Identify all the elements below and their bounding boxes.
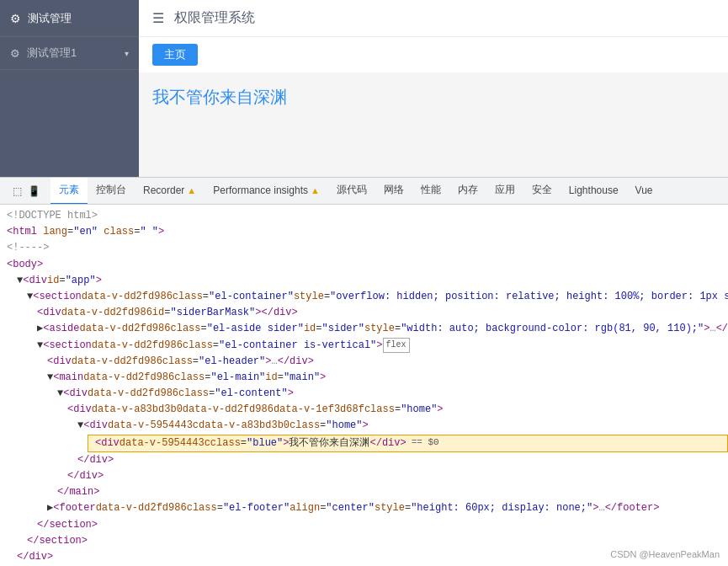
tab-elements-label: 元素 <box>59 183 79 197</box>
inspect-icon[interactable]: ⬚ <box>8 183 25 200</box>
tab-elements[interactable]: 元素 <box>50 178 88 205</box>
tab-performance-insights[interactable]: Performance insights ▲ <box>205 178 328 205</box>
tab-performance[interactable]: 性能 <box>412 178 449 205</box>
tab-lighthouse[interactable]: Lighthouse <box>561 178 627 205</box>
chevron-down-icon: ▾ <box>125 49 129 58</box>
tab-application-label: 应用 <box>495 183 515 197</box>
app-area: ⚙ 测试管理 ⚙ 测试管理1 ▾ ☰ 权限管理系统 主页 我不管你来自深渊 <box>0 0 728 177</box>
system-title: 权限管理系统 <box>174 9 255 27</box>
code-line: <!DOCTYPE html> <box>0 208 728 224</box>
tab-memory-label: 内存 <box>458 183 478 197</box>
code-line: ▼<div data-v-dd2fd986 class="el-content"… <box>0 386 728 402</box>
devtools-icon-buttons: ⬚ 📱 <box>3 183 47 200</box>
code-line: <!----> <box>0 240 728 256</box>
page-body: 我不管你来自深渊 <box>139 72 728 177</box>
devtools-code-content[interactable]: <!DOCTYPE html> <html lang="en" class=" … <box>0 205 728 566</box>
tab-sources[interactable]: 源代码 <box>328 178 375 205</box>
code-line: </section> <box>0 533 728 549</box>
code-line: <html lang="en" class=" "> <box>0 224 728 240</box>
highlighted-element: <div data-v-5954443c class="blue">我不管你来自… <box>88 435 728 452</box>
tab-sources-label: 源代码 <box>337 183 367 197</box>
code-line: ▶<aside data-v-dd2fd986 class="el-aside … <box>0 321 728 337</box>
code-line: ▶<footer data-v-dd2fd986 class="el-foote… <box>0 500 728 516</box>
tab-security[interactable]: 安全 <box>523 178 561 205</box>
code-line: </main> <box>0 484 728 500</box>
tab-recorder-label: Recorder <box>143 184 184 196</box>
tab-vue[interactable]: Vue <box>627 178 662 205</box>
gear-icon-item: ⚙ <box>10 47 20 60</box>
home-breadcrumb[interactable]: 主页 <box>152 44 198 66</box>
devtools: ⬚ 📱 元素 控制台 Recorder ▲ Performance insigh… <box>0 177 728 566</box>
tab-performance-label: 性能 <box>421 183 441 197</box>
tab-security-label: 安全 <box>532 183 552 197</box>
tab-console[interactable]: 控制台 <box>88 178 135 205</box>
code-line: ▼<div data-v-5954443c data-v-a83bd3b0 cl… <box>0 418 728 434</box>
breadcrumb-area: 主页 <box>139 37 728 72</box>
tab-console-label: 控制台 <box>96 183 126 197</box>
tab-vue-label: Vue <box>635 184 653 196</box>
tab-recorder[interactable]: Recorder ▲ <box>135 178 205 205</box>
sidebar-header: ⚙ 测试管理 <box>0 0 139 37</box>
main-header: ☰ 权限管理系统 <box>139 0 728 37</box>
highlighted-code-line: <div data-v-5954443c class="blue">我不管你来自… <box>0 435 728 452</box>
blue-text: 我不管你来自深渊 <box>152 88 287 106</box>
main-content: ☰ 权限管理系统 主页 我不管你来自深渊 <box>139 0 728 177</box>
code-line: ▼<main data-v-dd2fd986 class="el-main" i… <box>0 370 728 386</box>
recorder-warning-icon: ▲ <box>187 185 196 195</box>
code-line: <body> <box>0 257 728 273</box>
code-line: ▼<section data-v-dd2fd986 class="el-cont… <box>0 338 728 354</box>
code-line: </div> <box>0 452 728 468</box>
code-line: <div data-v-a83bd3b0 data-v-dd2fd986 dat… <box>0 402 728 418</box>
device-icon[interactable]: 📱 <box>25 183 42 200</box>
hamburger-icon[interactable]: ☰ <box>152 10 164 26</box>
code-line: ▼<div id="app"> <box>0 273 728 289</box>
tab-application[interactable]: 应用 <box>486 178 523 205</box>
watermark: CSDN @HeavenPeakMan <box>610 549 720 559</box>
code-line: <div data-v-dd2fd986 id="siderBarMask"><… <box>0 305 728 321</box>
tab-performance-insights-label: Performance insights <box>213 184 308 196</box>
code-line: </section> <box>0 517 728 533</box>
tab-network-label: 网络 <box>384 183 404 197</box>
performance-warning-icon: ▲ <box>311 185 320 195</box>
sidebar-item-1[interactable]: ⚙ 测试管理1 ▾ <box>0 37 139 70</box>
sidebar-header-title: 测试管理 <box>28 11 72 26</box>
sidebar: ⚙ 测试管理 ⚙ 测试管理1 ▾ <box>0 0 139 177</box>
sidebar-item-label: 测试管理1 <box>27 45 77 61</box>
code-line: ▼<section data-v-dd2fd986 class="el-cont… <box>0 289 728 305</box>
tab-memory[interactable]: 内存 <box>449 178 486 205</box>
code-line: <div data-v-dd2fd986 class="el-header">…… <box>0 354 728 370</box>
tab-lighthouse-label: Lighthouse <box>569 184 619 196</box>
gear-icon: ⚙ <box>10 12 21 25</box>
code-line: </div> <box>0 468 728 484</box>
tab-network[interactable]: 网络 <box>375 178 412 205</box>
devtools-tab-bar: ⬚ 📱 元素 控制台 Recorder ▲ Performance insigh… <box>0 178 728 205</box>
